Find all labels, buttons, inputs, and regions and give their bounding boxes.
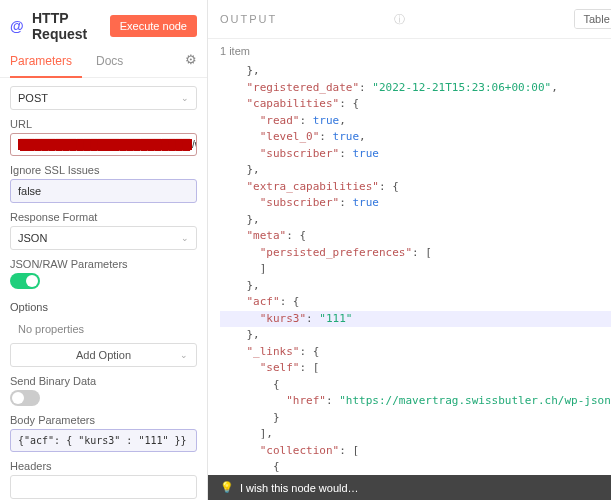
json-line: "href": "https://mavertrag.swissbutler.c… [220,393,611,410]
body-params-label: Body Parameters [10,414,197,426]
json-line: } [220,410,611,427]
json-raw-label: JSON/RAW Parameters [10,258,197,270]
ignore-ssl-label: Ignore SSL Issues [10,164,197,176]
json-line: { [220,377,611,394]
json-line: "self": [ [220,360,611,377]
tabs: Parameters Docs ⚙ [0,48,207,78]
send-binary-toggle[interactable] [10,390,40,406]
form: POST ⌄ URL ████████████████████████/wp-j… [0,78,207,500]
json-line: }, [220,327,611,344]
method-select[interactable]: POST ⌄ [10,86,197,110]
node-title: HTTP Request [32,10,110,42]
json-line: "persisted_preferences": [ [220,245,611,262]
item-count: 1 item [208,39,611,59]
bulb-icon: 💡 [220,481,234,494]
json-line: "read": true, [220,113,611,130]
url-input[interactable]: ████████████████████████/wp-json/wp/v2/u… [10,133,197,156]
headers-input[interactable] [10,475,197,499]
output-header: OUTPUT ⓘ Table JSON ✎ 📌 [208,0,611,39]
http-icon: @ [10,18,26,34]
json-raw-toggle[interactable] [10,273,40,289]
json-line: "level_0": true, [220,129,611,146]
response-format-value: JSON [18,232,47,244]
chevron-down-icon: ⌄ [181,233,189,243]
node-header: @ HTTP Request Execute node [0,0,207,48]
parameters-panel: @ HTTP Request Execute node Parameters D… [0,0,208,500]
ignore-ssl-input[interactable]: false [10,179,197,203]
json-output[interactable]: ⧉ }, "registered_date": "2022-12-21T15:2… [208,59,611,475]
json-line: }, [220,63,611,80]
url-label: URL [10,118,197,130]
output-panel: OUTPUT ⓘ Table JSON ✎ 📌 1 item ⧉ }, "reg… [208,0,611,500]
json-line: "kurs3": "111" [220,311,611,328]
feedback-footer[interactable]: 💡 I wish this node would… [208,475,611,500]
json-line: { [220,459,611,475]
chevron-down-icon: ⌄ [180,350,188,360]
json-line: "subscriber": true [220,146,611,163]
response-format-select[interactable]: JSON ⌄ [10,226,197,250]
json-line: "collection": [ [220,443,611,460]
json-line: "acf": { [220,294,611,311]
headers-label: Headers [10,460,197,472]
json-line: }, [220,212,611,229]
body-params-input[interactable]: {"acf": { "kurs3" : "111" }} [10,429,197,452]
json-line: "extra_capabilities": { [220,179,611,196]
json-line: "subscriber": true [220,195,611,212]
output-title: OUTPUT [220,13,390,25]
json-line: ], [220,426,611,443]
json-line: "capabilities": { [220,96,611,113]
tab-docs[interactable]: Docs [96,48,133,77]
view-table[interactable]: Table [575,10,611,28]
json-line: }, [220,162,611,179]
json-line: "meta": { [220,228,611,245]
method-value: POST [18,92,48,104]
response-format-label: Response Format [10,211,197,223]
options-label: Options [10,301,197,313]
add-option-button[interactable]: Add Option ⌄ [10,343,197,367]
json-line: ] [220,261,611,278]
view-switch: Table JSON [574,9,611,29]
info-icon: ⓘ [394,12,405,27]
gear-icon[interactable]: ⚙ [185,52,197,67]
json-line: }, [220,278,611,295]
no-properties: No properties [10,319,197,339]
chevron-down-icon: ⌄ [181,93,189,103]
execute-button[interactable]: Execute node [110,15,197,37]
json-line: "_links": { [220,344,611,361]
tab-parameters[interactable]: Parameters [10,48,82,78]
json-line: "registered_date": "2022-12-21T15:23:06+… [220,80,611,97]
send-binary-label: Send Binary Data [10,375,197,387]
